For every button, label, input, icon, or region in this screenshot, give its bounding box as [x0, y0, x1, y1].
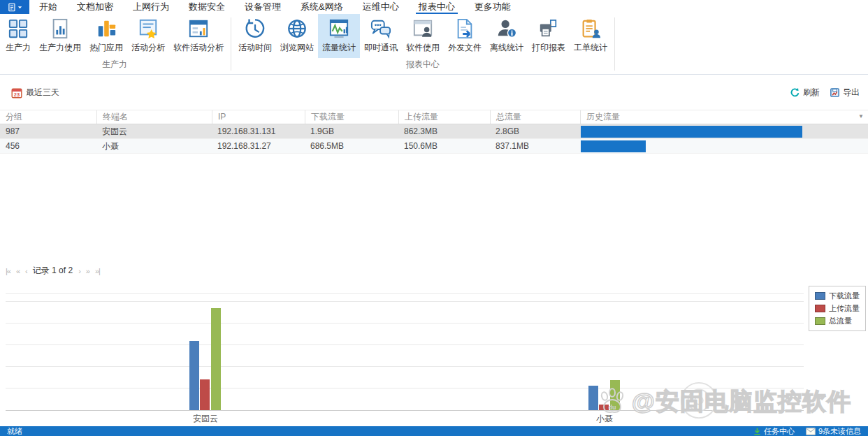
history-traffic-bar [581, 126, 802, 138]
traffic-chart-icon [328, 18, 349, 39]
chart-gridline [6, 301, 804, 302]
chat-bubbles-icon [370, 18, 391, 39]
menu-tab-3[interactable]: 上网行为 [123, 0, 179, 14]
column-header-3[interactable]: IP [212, 110, 305, 124]
traffic-table: 分组终端名IP下载流量上传流量总流量历史流量▼ 987安固云192.168.31… [0, 110, 868, 154]
document-arrow-icon [454, 18, 475, 39]
table-body: 987安固云192.168.31.1311.9GB862.3MB2.8GB456… [0, 124, 868, 154]
application-window: 开始文档加密上网行为数据安全设备管理系统&网络运维中心报表中心更多功能 生产力生… [0, 0, 868, 436]
ribbon-group-buttons: 活动时间浏览网站流量统计即时通讯软件使用外发文件离线统计打印报表工单统计 [234, 14, 612, 58]
cell-history [580, 124, 868, 138]
ribbon-group-label: 报表中心 [234, 58, 612, 74]
menu-tab-1[interactable]: 开始 [29, 0, 67, 14]
printer-icon [538, 18, 559, 39]
menu-tab-2[interactable]: 文档加密 [67, 0, 123, 14]
column-chooser-arrow[interactable]: ▼ [858, 113, 864, 119]
hot-apps-bars-icon [96, 18, 117, 39]
menu-tab-6[interactable]: 系统&网络 [291, 0, 353, 14]
ribbon-group-buttons: 生产力生产力使用热门应用活动分析软件活动分析 [1, 14, 228, 58]
table-row[interactable]: 987安固云192.168.31.1311.9GB862.3MB2.8GB [0, 124, 868, 139]
app-menu-button[interactable] [0, 0, 29, 14]
menu-tab-7[interactable]: 运维中心 [353, 0, 409, 14]
record-count-label: 记录 1 of 2 [33, 265, 73, 277]
column-header-2[interactable]: 终端名 [96, 110, 212, 124]
menu-tab-5[interactable]: 设备管理 [235, 0, 291, 14]
ribbon-button-label: 工单统计 [574, 42, 607, 54]
pagination-prev-button[interactable]: ‹ [25, 267, 27, 275]
ribbon-button-clipboard-user[interactable]: 工单统计 [570, 14, 612, 58]
document-chart-icon [50, 18, 71, 39]
ribbon-button-document-chart[interactable]: 生产力使用 [35, 14, 85, 58]
column-header-6[interactable]: 总流量 [490, 110, 580, 124]
ribbon-button-label: 浏览网站 [280, 42, 314, 54]
ribbon-button-window-user[interactable]: 软件使用 [402, 14, 444, 58]
ribbon-button-label: 生产力 [6, 42, 31, 54]
record-navigator: |« « ‹ 记录 1 of 2 › » »| [0, 263, 868, 278]
pagination-next-button[interactable]: › [78, 267, 80, 275]
ribbon-button-label: 离线统计 [490, 42, 523, 54]
menu-tab-9[interactable]: 更多功能 [465, 0, 521, 14]
chart-gridline [6, 344, 804, 345]
pagination-first-button[interactable]: |« [6, 267, 10, 275]
chart-gridline [6, 323, 804, 324]
chart-category-label: 小聂 [570, 413, 639, 425]
table-header-row: 分组终端名IP下载流量上传流量总流量历史流量▼ [0, 110, 868, 124]
export-label: 导出 [843, 87, 860, 99]
cell-ip: 192.168.31.131 [212, 124, 305, 138]
chart-legend: 下载流量上传流量总流量 [809, 286, 866, 331]
chart-category-label: 安固云 [171, 413, 240, 425]
ribbon-button-window-chart[interactable]: 软件活动分析 [169, 14, 228, 58]
legend-swatch [815, 305, 825, 312]
ribbon-button-document-star[interactable]: 活动分析 [127, 14, 169, 58]
status-item-download-arrow[interactable]: 任务中心 [753, 426, 795, 436]
column-header-4[interactable]: 下载流量 [305, 110, 398, 124]
column-header-5[interactable]: 上传流量 [398, 110, 490, 124]
pagination-last-button[interactable]: »| [95, 267, 100, 275]
legend-item: 总流量 [815, 316, 860, 326]
ribbon-button-chat-bubbles[interactable]: 即时通讯 [360, 14, 402, 58]
legend-swatch [815, 292, 825, 300]
calendar-icon: 23 [11, 87, 22, 99]
pagination-prev-page-button[interactable]: « [16, 267, 20, 275]
ribbon-button-clock-history[interactable]: 活动时间 [234, 14, 276, 58]
legend-label: 下载流量 [829, 291, 860, 301]
date-range-filter[interactable]: 23 最近三天 [11, 87, 59, 99]
ribbon-button-user-info[interactable]: 离线统计 [486, 14, 528, 58]
refresh-icon [790, 87, 800, 98]
ribbon-button-app-grid[interactable]: 生产力 [1, 14, 35, 58]
ribbon-button-document-arrow[interactable]: 外发文件 [444, 14, 486, 58]
status-item-label: 任务中心 [764, 426, 795, 436]
menu-tab-4[interactable]: 数据安全 [179, 0, 235, 14]
export-icon [830, 87, 840, 98]
mail-icon [806, 428, 816, 435]
legend-item: 上传流量 [815, 303, 860, 314]
ribbon-button-globe[interactable]: 浏览网站 [276, 14, 318, 58]
ribbon-group-label: 生产力 [1, 58, 228, 74]
column-header-1[interactable]: 分组 [0, 110, 96, 124]
cell-ip: 192.168.31.27 [212, 139, 305, 153]
filter-toolbar: 23 最近三天 刷新 导出 [0, 75, 868, 110]
cell-terminal: 安固云 [96, 124, 212, 138]
window-user-icon [412, 18, 433, 39]
export-button[interactable]: 导出 [830, 87, 860, 99]
menu-tab-8[interactable]: 报表中心 [409, 0, 465, 14]
status-ready-label: 就绪 [7, 426, 22, 436]
toolbar-actions: 刷新 导出 [790, 87, 860, 99]
refresh-label: 刷新 [803, 87, 820, 99]
download-arrow-icon [753, 428, 761, 435]
pagination-next-page-button[interactable]: » [86, 267, 89, 275]
ribbon-button-printer[interactable]: 打印报表 [528, 14, 570, 58]
refresh-button[interactable]: 刷新 [790, 87, 820, 99]
status-item-mail[interactable]: 9条未读信息 [806, 426, 861, 436]
ribbon-button-traffic-chart[interactable]: 流量统计 [318, 14, 360, 58]
ribbon-button-hot-apps-bars[interactable]: 热门应用 [85, 14, 127, 58]
column-header-7[interactable]: 历史流量 [580, 110, 868, 124]
globe-icon [287, 18, 308, 39]
cell-download: 686.5MB [305, 139, 398, 153]
menu-bar: 开始文档加密上网行为数据安全设备管理系统&网络运维中心报表中心更多功能 [0, 0, 868, 14]
table-row[interactable]: 456小聂192.168.31.27686.5MB150.6MB837.1MB [0, 139, 868, 154]
ribbon-separator [231, 17, 231, 71]
clock-history-icon [245, 18, 266, 39]
ribbon-button-label: 软件使用 [406, 42, 440, 54]
caret-down-icon [17, 5, 22, 10]
